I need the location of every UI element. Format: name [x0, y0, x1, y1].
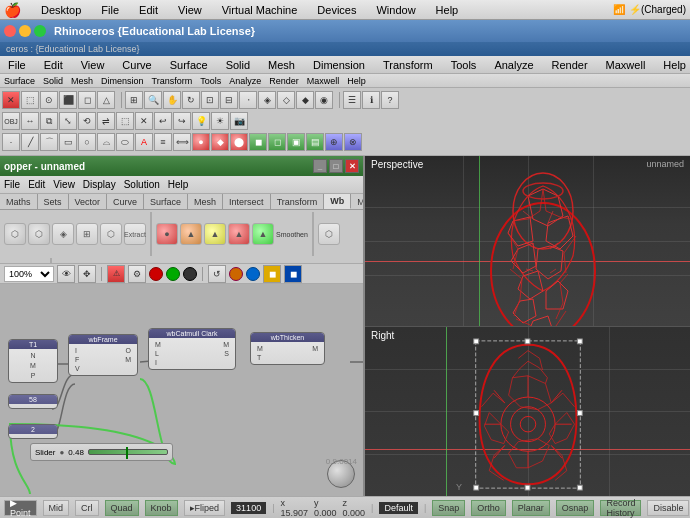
gh-ctrl-eye[interactable]: 👁	[57, 265, 75, 283]
tb2-analyze[interactable]: Analyze	[229, 76, 261, 86]
gh-canvas[interactable]: T1 N M P wbFrame IO FM	[0, 284, 363, 496]
gh-ctrl-pan[interactable]: ✥	[78, 265, 96, 283]
tb-icon-line[interactable]: ╱	[21, 133, 39, 151]
gh-node-wbcatmull[interactable]: wbCatmull Clark MM LS I	[148, 328, 236, 370]
status-osnap-btn[interactable]: Osnap	[556, 500, 595, 516]
gh-close[interactable]: ✕	[345, 159, 359, 173]
gh-tab-curve[interactable]: Curve	[107, 194, 144, 209]
status-knob-btn[interactable]: Knob	[145, 500, 178, 516]
status-mid-indicator[interactable]: Mid	[43, 500, 70, 516]
gh-minimize[interactable]: _	[313, 159, 327, 173]
tb-icon-pointer[interactable]: ✕	[2, 91, 20, 109]
status-ortho-btn[interactable]: Ortho	[471, 500, 506, 516]
gh-icon-1[interactable]: ⬡	[4, 223, 26, 245]
os-menu-vm[interactable]: Virtual Machine	[218, 4, 302, 16]
gh-ctrl-reset[interactable]: ↺	[208, 265, 226, 283]
tb-icon-dim[interactable]: ⟺	[173, 133, 191, 151]
tb-icon-rotate2[interactable]: ⟲	[78, 112, 96, 130]
tb-icon-box[interactable]: ◆	[211, 133, 229, 151]
gh-icon-smooth5[interactable]: ▲	[252, 223, 274, 245]
tb-icon-copy[interactable]: ⧉	[40, 112, 58, 130]
minimize-button[interactable]	[19, 25, 31, 37]
gh-tab-intersect[interactable]: Intersect	[223, 194, 271, 209]
rhino-menu-dimension[interactable]: Dimension	[309, 59, 369, 71]
gh-node-val-58[interactable]: 58	[8, 394, 58, 409]
gh-slider-thumb[interactable]	[89, 447, 128, 459]
close-button[interactable]	[4, 25, 16, 37]
viewport-right[interactable]: Right	[365, 327, 690, 497]
tb2-help[interactable]: Help	[347, 76, 366, 86]
tb-icon-text[interactable]: A	[135, 133, 153, 151]
gh-tab-maths[interactable]: Maths	[0, 194, 38, 209]
tb2-maxwell[interactable]: Maxwell	[307, 76, 340, 86]
tb2-dimension[interactable]: Dimension	[101, 76, 144, 86]
tb-icon-pline[interactable]: ⌒	[40, 133, 58, 151]
tb-icon-shade[interactable]: ◆	[296, 91, 314, 109]
tb-icon-mirror[interactable]: ⇌	[97, 112, 115, 130]
os-menu-devices[interactable]: Devices	[313, 4, 360, 16]
tb2-tools[interactable]: Tools	[200, 76, 221, 86]
gh-tab-wb[interactable]: Wb	[324, 194, 351, 209]
tb-icon-area[interactable]: ◻	[78, 91, 96, 109]
rhino-menu-help[interactable]: Help	[659, 59, 690, 71]
gh-menu-edit[interactable]: Edit	[28, 179, 45, 190]
tb-icon-delete[interactable]: ✕	[135, 112, 153, 130]
status-disable-btn[interactable]: Disable	[647, 500, 689, 516]
tb-icon-undo[interactable]: ↩	[154, 112, 172, 130]
tb-icon-move[interactable]: ↔	[21, 112, 39, 130]
tb-icon-ellipse[interactable]: ⬭	[116, 133, 134, 151]
gh-ctrl-color2[interactable]: ◼	[284, 265, 302, 283]
os-menu-window[interactable]: Window	[372, 4, 419, 16]
status-quad-btn[interactable]: Quad	[105, 500, 139, 516]
rhino-menu-solid[interactable]: Solid	[222, 59, 254, 71]
rhino-menu-render[interactable]: Render	[548, 59, 592, 71]
gh-node-wbframe[interactable]: wbFrame IO FM V	[68, 334, 138, 376]
tb-icon-ghost[interactable]: ◉	[315, 91, 333, 109]
gh-icon-4[interactable]: ⊞	[76, 223, 98, 245]
os-menu-file[interactable]: File	[97, 4, 123, 16]
status-crl-indicator[interactable]: Crl	[75, 500, 99, 516]
gh-icon-extract[interactable]: Extract	[124, 223, 146, 245]
gh-menu-view[interactable]: View	[53, 179, 75, 190]
os-menu-edit[interactable]: Edit	[135, 4, 162, 16]
gh-tab-mesh[interactable]: Mesh	[188, 194, 223, 209]
tb-icon-light[interactable]: 💡	[192, 112, 210, 130]
gh-ctrl-color1[interactable]: ◼	[263, 265, 281, 283]
gh-ctrl-red-dot[interactable]	[149, 267, 163, 281]
tb-icon-zoom[interactable]: 🔍	[144, 91, 162, 109]
tb-icon-arc[interactable]: ⌓	[97, 133, 115, 151]
gh-node-wbthicken[interactable]: wbThicken MM T	[250, 332, 325, 365]
gh-node-val-2[interactable]: 2	[8, 424, 58, 439]
gh-tab-surface[interactable]: Surface	[144, 194, 188, 209]
rhino-menu-edit[interactable]: Edit	[40, 59, 67, 71]
gh-menu-file[interactable]: File	[4, 179, 20, 190]
tb-icon-scale[interactable]: ⤡	[59, 112, 77, 130]
status-fliped-btn[interactable]: ▸Fliped	[184, 500, 226, 516]
gh-ctrl-warn[interactable]: ⚠	[107, 265, 125, 283]
rhino-menu-curve[interactable]: Curve	[118, 59, 155, 71]
rhino-menu-surface[interactable]: Surface	[166, 59, 212, 71]
tb-icon-analyze2[interactable]: ⊗	[344, 133, 362, 151]
gh-maximize[interactable]: □	[329, 159, 343, 173]
rhino-menu-view[interactable]: View	[77, 59, 109, 71]
gh-tab-millipede[interactable]: Millipede	[351, 194, 363, 209]
os-menu-desktop[interactable]: Desktop	[37, 4, 85, 16]
gh-zoom-selector[interactable]: 100% 75% 150%	[4, 266, 54, 282]
gh-tab-sets[interactable]: Sets	[38, 194, 69, 209]
gh-slider-track[interactable]	[88, 449, 168, 455]
gh-ctrl-settings[interactable]: ⚙	[128, 265, 146, 283]
apple-menu[interactable]: 🍎	[4, 2, 21, 18]
status-record-btn[interactable]: Record History	[600, 500, 641, 516]
gh-icon-smooth2[interactable]: ▲	[180, 223, 202, 245]
tb-icon-obj[interactable]: OBJ	[2, 112, 20, 130]
gh-slider[interactable]: Slider ● 0.48	[30, 443, 173, 461]
tb-icon-sun[interactable]: ☀	[211, 112, 229, 130]
gh-icon-smooth1[interactable]: ●	[156, 223, 178, 245]
tb-icon-window-select[interactable]: ⬚	[21, 91, 39, 109]
tb-icon-paint[interactable]: ⬛	[59, 91, 77, 109]
tb2-solid[interactable]: Solid	[43, 76, 63, 86]
tb-icon-camera[interactable]: 📷	[230, 112, 248, 130]
rhino-menu-analyze[interactable]: Analyze	[490, 59, 537, 71]
viewport-perspective[interactable]: Perspective unnamed	[365, 156, 690, 327]
maximize-button[interactable]	[34, 25, 46, 37]
